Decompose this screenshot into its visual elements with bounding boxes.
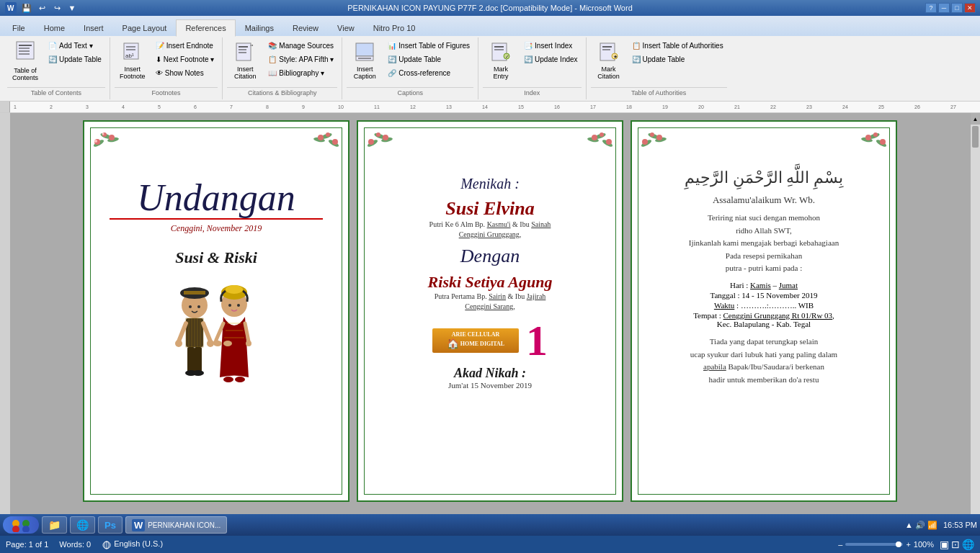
add-text-button[interactable]: 📄 Add Text ▾ [45, 39, 105, 52]
tab-view[interactable]: View [328, 19, 364, 36]
clock: 16:53 PM [943, 521, 977, 529]
svg-point-111 [602, 138, 614, 148]
update-table-captions-button[interactable]: 🔄 Update Table [384, 53, 473, 66]
tab-review[interactable]: Review [283, 19, 328, 36]
insert-citation-button[interactable]: " InsertCitation [227, 39, 263, 82]
ribbon-group-captions: InsertCaption 📊 Insert Table of Figures … [342, 37, 478, 99]
style-selector[interactable]: 📋 Style: APA Fifth ▾ [264, 53, 337, 66]
svg-point-94 [226, 285, 243, 294]
start-logo [10, 518, 32, 532]
zoom-slider[interactable] [845, 543, 903, 546]
svg-point-113 [587, 137, 600, 143]
svg-text:ab¹: ab¹ [125, 53, 134, 59]
zoom-in-icon[interactable]: + [906, 540, 910, 549]
minimize-button[interactable]: ─ [938, 3, 950, 13]
svg-text:23: 23 [806, 104, 812, 109]
svg-point-123 [876, 138, 888, 148]
insert-caption-button[interactable]: InsertCaption [347, 39, 383, 82]
tab-file[interactable]: File [3, 19, 35, 36]
update-table-toc-button[interactable]: 🔄 Update Table [45, 53, 105, 66]
taskbar: 📁 🌐 Ps W PERNIKAHAN ICON... ▲ 🔊 📶 16:53 … [0, 514, 980, 536]
tab-pagelayout[interactable]: Page Layout [113, 19, 177, 36]
ribbon-group-citations: " InsertCitation 📚 Manage Sources 📋 Styl… [223, 37, 342, 99]
svg-point-101 [228, 304, 231, 307]
show-notes-button[interactable]: 👁 Show Notes [152, 66, 218, 79]
index-small-buttons: 📑 Insert Index 🔄 Update Index [520, 39, 582, 66]
svg-text:W: W [7, 4, 14, 12]
svg-text:4: 4 [122, 104, 125, 109]
svg-text:21: 21 [734, 104, 740, 109]
status-bar: Page: 1 of 1 Words: 0 English (U.S.) – +… [0, 536, 980, 553]
vertical-scrollbar[interactable]: ▲ ▼ [970, 113, 980, 536]
svg-point-116 [592, 135, 597, 140]
tab-references[interactable]: References [176, 19, 235, 37]
customize-button[interactable]: ▼ [66, 1, 79, 14]
start-button[interactable] [3, 516, 39, 534]
card3-content: بِسْمِ اللَّهِ الرَّحْمَنِ الرَّحِيمِ As… [643, 161, 885, 386]
authorities-group-label: Table of Authorities [591, 87, 727, 98]
ribbon-group-footnotes: ab¹ InsertFootnote 📝 Insert Endnote ⬇ Ne… [110, 37, 223, 99]
svg-text:10: 10 [338, 104, 344, 109]
taskbar-app-photoshop[interactable]: Ps [98, 516, 122, 534]
citation-buttons: " InsertCitation 📚 Manage Sources 📋 Styl… [227, 39, 337, 87]
toc-label: Table ofContents [12, 67, 38, 81]
vertical-ruler [0, 113, 10, 536]
insert-index-button[interactable]: 📑 Insert Index [520, 39, 582, 52]
scroll-track[interactable] [971, 125, 980, 525]
manage-sources-button[interactable]: 📚 Manage Sources [264, 39, 337, 52]
close-button[interactable]: ✕ [964, 3, 976, 13]
flower-right-1 [298, 129, 341, 158]
maximize-button[interactable]: □ [951, 3, 963, 13]
svg-text:★: ★ [612, 54, 617, 59]
insert-citation-label: InsertCitation [234, 66, 257, 80]
tab-insert[interactable]: Insert [74, 19, 113, 36]
table-of-contents-button[interactable]: Table ofContents [7, 39, 43, 82]
insert-table-figures-button[interactable]: 📊 Insert Table of Figures [384, 39, 473, 52]
next-footnote-button[interactable]: ⬇ Next Footnote ▾ [152, 53, 218, 66]
tab-nitro[interactable]: Nitro Pro 10 [364, 19, 425, 36]
tab-mailings[interactable]: Mailings [236, 19, 283, 36]
insert-footnote-button[interactable]: ab¹ InsertFootnote [115, 39, 151, 82]
undo-button[interactable]: ↩ [35, 1, 48, 14]
page-info: Page: 1 of 1 [6, 540, 48, 549]
svg-point-104 [223, 341, 232, 346]
update-table-authorities-button[interactable]: 🔄 Update Table [628, 53, 727, 66]
view-buttons: ▣ ⊡ 🌐 [940, 539, 974, 550]
zoom-control[interactable]: – + 100% [838, 540, 934, 549]
cross-reference-button[interactable]: 🔗 Cross-reference [384, 66, 473, 79]
groom-name: Riski Setiya Agung [380, 273, 600, 292]
full-screen-button[interactable]: ⊡ [951, 539, 960, 550]
caption-buttons: InsertCaption 📊 Insert Table of Figures … [347, 39, 473, 87]
svg-point-90 [189, 305, 192, 308]
insert-index-label: Insert Index [535, 42, 572, 50]
svg-line-87 [203, 323, 210, 341]
insert-endnote-button[interactable]: 📝 Insert Endnote [152, 39, 218, 52]
show-notes-icon: 👁 [156, 69, 163, 77]
save-button[interactable]: 💾 [20, 1, 33, 14]
bibliography-button[interactable]: 📖 Bibliography ▾ [264, 66, 337, 79]
help-button[interactable]: ? [925, 3, 937, 13]
taskbar-app-word[interactable]: W PERNIKAHAN ICON... [125, 516, 227, 534]
zoom-out-icon[interactable]: – [838, 540, 842, 549]
taskbar-system-tray: ▲ 🔊 📶 16:53 PM [905, 521, 977, 530]
scroll-thumb[interactable] [972, 126, 979, 148]
document-scroll-area[interactable]: Undangan Cenggini, November 2019 Susi & … [10, 113, 970, 536]
footnote-icon: ab¹ [122, 42, 143, 63]
insert-table-authorities-button[interactable]: 📋 Insert Table of Authorities [628, 39, 727, 52]
language-info: English (U.S.) [102, 539, 163, 549]
tab-home[interactable]: Home [35, 19, 74, 36]
update-table-captions-label: Update Table [398, 55, 441, 63]
watermark-line2: HOME DIGITAL [460, 341, 504, 347]
update-index-button[interactable]: 🔄 Update Index [520, 53, 582, 66]
print-layout-button[interactable]: ▣ [940, 539, 949, 550]
word-taskbar-icon: W [132, 519, 145, 531]
mark-entry-button[interactable]: ✓ MarkEntry [483, 39, 519, 82]
redo-button[interactable]: ↪ [50, 1, 63, 14]
mark-citation-button[interactable]: ★ MarkCitation [591, 39, 627, 82]
web-layout-button[interactable]: 🌐 [962, 539, 974, 550]
svg-point-118 [647, 132, 659, 140]
scroll-up-button[interactable]: ▲ [971, 113, 981, 125]
language-text: English (U.S.) [114, 539, 163, 548]
taskbar-app-browser[interactable]: 🌐 [70, 516, 95, 534]
taskbar-app-explorer[interactable]: 📁 [42, 516, 67, 534]
